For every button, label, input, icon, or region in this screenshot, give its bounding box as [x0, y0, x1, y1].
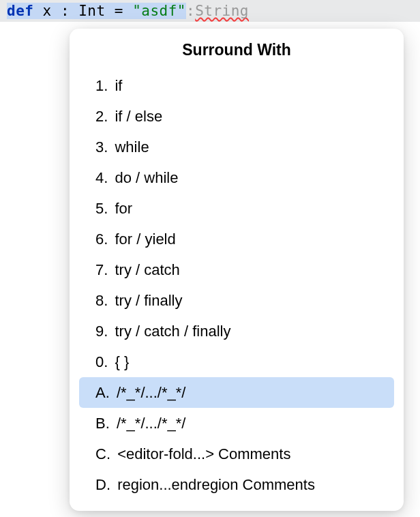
type-annotation: Int: [78, 3, 105, 19]
popup-item-comment-b[interactable]: B. /*_*/.../*_*/: [79, 408, 394, 439]
item-key: D.: [95, 476, 110, 493]
string-literal: "asdf": [132, 3, 186, 19]
item-key: A.: [95, 384, 110, 401]
item-key: B.: [95, 415, 110, 432]
popup-item-editor-fold[interactable]: C. <editor-fold...> Comments: [79, 439, 394, 469]
item-label: do / while: [115, 169, 178, 186]
item-key: 3.: [95, 138, 108, 156]
surround-with-popup: Surround With 1. if 2. if / else 3. whil…: [70, 29, 404, 511]
item-label: { }: [115, 353, 129, 370]
popup-item-comment-a[interactable]: A. /*_*/.../*_*/: [79, 377, 394, 408]
keyword-def: def: [7, 3, 33, 19]
code-selection: def x : Int = "asdf": [7, 3, 186, 19]
popup-item-do-while[interactable]: 4. do / while: [79, 162, 394, 193]
popup-item-braces[interactable]: 0. { }: [79, 346, 394, 377]
popup-item-if-else[interactable]: 2. if / else: [79, 101, 394, 132]
item-label: if / else: [115, 108, 162, 125]
item-key: 0.: [95, 353, 108, 370]
type-hint-type: String: [195, 3, 249, 19]
item-label: try / catch: [115, 261, 179, 278]
item-key: 1.: [95, 77, 108, 94]
item-label: while: [115, 138, 149, 156]
popup-item-while[interactable]: 3. while: [79, 132, 394, 162]
identifier: x: [43, 3, 52, 19]
item-key: 6.: [95, 231, 108, 248]
item-key: 4.: [95, 169, 108, 186]
item-key: 9.: [95, 323, 108, 340]
popup-item-if[interactable]: 1. if: [79, 70, 394, 101]
item-key: C.: [95, 445, 110, 462]
item-label: for: [115, 200, 132, 217]
item-label: region...endregion Comments: [117, 476, 315, 493]
popup-item-for[interactable]: 5. for: [79, 193, 394, 224]
popup-item-try-finally[interactable]: 8. try / finally: [79, 285, 394, 316]
popup-item-try-catch-finally[interactable]: 9. try / catch / finally: [79, 316, 394, 346]
item-label: /*_*/.../*_*/: [117, 384, 186, 401]
popup-title: Surround With: [79, 41, 394, 59]
item-key: 7.: [95, 261, 108, 278]
item-label: /*_*/.../*_*/: [117, 415, 186, 432]
item-label: <editor-fold...> Comments: [117, 445, 290, 462]
popup-item-try-catch[interactable]: 7. try / catch: [79, 254, 394, 285]
equals: =: [115, 3, 123, 19]
item-label: if: [115, 77, 122, 94]
popup-list: 1. if 2. if / else 3. while 4. do / whil…: [79, 70, 394, 500]
type-hint-colon: :: [186, 3, 195, 19]
item-key: 5.: [95, 200, 108, 217]
item-label: for / yield: [115, 231, 175, 248]
popup-item-for-yield[interactable]: 6. for / yield: [79, 224, 394, 254]
item-key: 2.: [95, 108, 108, 125]
item-key: 8.: [95, 292, 108, 309]
code-editor-line[interactable]: def x : Int = "asdf" : String: [0, 0, 420, 22]
colon: :: [61, 3, 70, 19]
item-label: try / catch / finally: [115, 323, 230, 340]
item-label: try / finally: [115, 292, 182, 309]
popup-item-region[interactable]: D. region...endregion Comments: [79, 469, 394, 500]
